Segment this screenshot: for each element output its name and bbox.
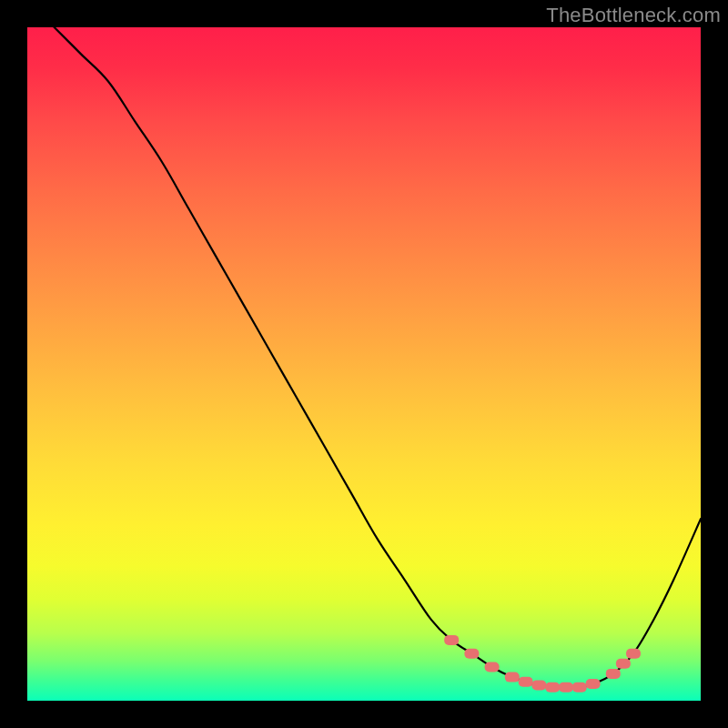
highlight-markers (444, 635, 641, 693)
highlight-dot (519, 677, 533, 687)
highlight-dot (616, 659, 631, 669)
highlight-dot (586, 679, 601, 689)
highlight-dot (531, 681, 546, 691)
bottleneck-curve (55, 27, 701, 688)
curve-path-group (55, 27, 701, 688)
highlight-dot (505, 672, 520, 682)
outer-frame: TheBottleneck.com (0, 0, 728, 728)
highlight-dot (626, 649, 641, 659)
highlight-dot (444, 635, 459, 645)
highlight-dot (545, 682, 560, 693)
highlight-dot (606, 669, 621, 679)
plot-area (27, 27, 701, 701)
highlight-dot (572, 682, 587, 693)
curve-svg (27, 27, 701, 701)
highlight-dot (559, 682, 573, 693)
watermark-text: TheBottleneck.com (546, 4, 721, 27)
highlight-dot (464, 649, 479, 659)
highlight-dot (485, 662, 500, 672)
